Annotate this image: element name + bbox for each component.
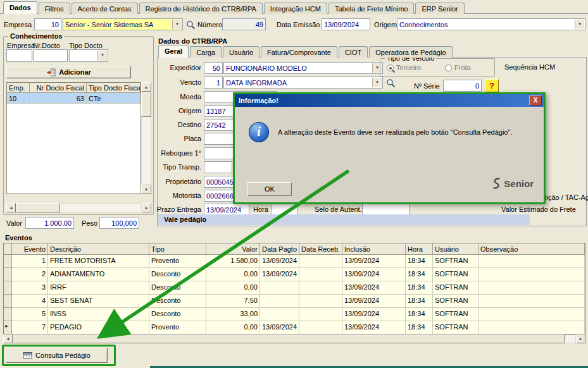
main-tab-tabela-de-frete-minimo[interactable]: Tabela de Frete Mínimo (328, 3, 415, 14)
chevron-down-icon[interactable]: ▼ (372, 78, 382, 87)
cell[interactable]: SEST SENAT (48, 295, 149, 308)
cell[interactable] (479, 321, 585, 334)
eventos-hscroll-thumb[interactable] (13, 334, 565, 343)
cell[interactable]: 13/09/2024 (260, 321, 299, 334)
cell[interactable]: INSS (48, 308, 149, 321)
column-header-emp[interactable]: Emp. (7, 83, 30, 93)
main-tab-erp-senior[interactable]: ERP Senior (415, 3, 464, 14)
origem-combo[interactable]: Conhecimentos▼ (397, 18, 585, 30)
conh-empresa-field[interactable] (6, 49, 32, 62)
cell[interactable]: 10 (7, 93, 30, 104)
cell[interactable]: Desconto (149, 308, 206, 321)
conh-hscroll-thumb[interactable] (16, 203, 60, 212)
column-header-descricao[interactable]: Descrição (48, 243, 149, 255)
cell[interactable] (299, 255, 342, 268)
empresa-code-field[interactable]: 10 (34, 18, 61, 30)
main-tab-dados[interactable]: Dados (3, 1, 37, 14)
cell[interactable]: FRETE MOTORISTA (48, 255, 149, 268)
dialog-titlebar[interactable]: Informação! (235, 94, 544, 107)
cell[interactable]: 18:34 (406, 308, 433, 321)
cell[interactable]: 13/09/2024 (342, 321, 406, 334)
grid-row[interactable]: ►7PEDAGIOProvento0,0013/09/202413/09/202… (4, 321, 585, 334)
cell[interactable]: 5 (12, 308, 48, 321)
cell[interactable]: 13/09/2024 (260, 255, 299, 268)
grid-row[interactable]: 2ADIANTAMENTODesconto0,0013/09/202413/09… (4, 268, 585, 281)
data-emissao-field[interactable]: 13/09/2024 (322, 18, 370, 30)
chevron-down-icon[interactable]: ▼ (575, 20, 584, 29)
cell[interactable]: 3 (12, 281, 48, 295)
cell[interactable]: 1.580,00 (206, 255, 260, 268)
main-tab-registro-de-historico-do-ctrb-rpa[interactable]: Registro de Histórico do CTRB/RPA (139, 3, 263, 14)
cell[interactable]: 18:34 (406, 295, 433, 308)
cell[interactable] (299, 268, 342, 281)
empresa-combo[interactable]: Senior - Senior Sistemas SA▼ (63, 18, 183, 30)
ctrb-tab-ciot[interactable]: CIOT (339, 46, 368, 58)
grid-row[interactable]: 3IRRFDesconto0,0013/09/202418:34SOFTRAN (4, 281, 585, 295)
tipo-transp-field[interactable] (204, 161, 232, 173)
cell[interactable]: 33,00 (206, 308, 260, 321)
column-header-hora[interactable]: Hora (406, 243, 433, 255)
cell[interactable]: 4 (12, 295, 48, 308)
cell[interactable]: 0,00 (206, 268, 260, 281)
cell[interactable]: 18:34 (406, 255, 433, 268)
main-tab-acerto-de-contas[interactable]: Acerto de Contas (72, 3, 138, 14)
cell[interactable] (299, 308, 342, 321)
column-header-tipo-docto-fiscal-s[interactable]: Tipo Docto Fiscal s (87, 83, 141, 93)
column-header-evento[interactable]: Evento (12, 243, 48, 255)
column-header-usuario[interactable]: Usuário (433, 243, 479, 255)
chevron-down-icon[interactable]: ▼ (97, 51, 107, 61)
cell[interactable]: Provento (149, 321, 206, 334)
vencto-code-field[interactable]: 1 (204, 77, 223, 89)
scroll-left-icon[interactable]: ◄ (3, 334, 13, 343)
cell[interactable] (260, 281, 299, 295)
cell[interactable]: 0,00 (206, 281, 260, 295)
consulta-pedagio-button[interactable]: Consulta Pedágio (6, 348, 108, 363)
vencto-combo[interactable]: DATA INFORMADA▼ (223, 77, 383, 89)
ctrb-tab-operadora-de-pedagio[interactable]: Operadora de Pedágio (369, 46, 452, 58)
cell[interactable]: Desconto (149, 268, 206, 281)
cell[interactable]: 18:34 (406, 268, 433, 281)
column-header-valor[interactable]: Valor (206, 243, 260, 255)
ok-button[interactable]: OK (247, 182, 292, 196)
column-header-observacao[interactable]: Observação (479, 243, 585, 255)
eventos-grid[interactable]: EventoDescriçãoTipoValorData PagtoData R… (3, 243, 585, 334)
cell[interactable]: Provento (149, 255, 206, 268)
close-icon[interactable]: X (529, 95, 542, 106)
vencto-search-icon[interactable] (385, 77, 396, 89)
conh-tipo-docto-combo[interactable]: ▼ (69, 49, 108, 62)
numero-field[interactable]: 49 (222, 18, 266, 30)
conhecimentos-grid[interactable]: Emp.Nr Docto FiscalTipo Docto Fiscal s10… (6, 82, 141, 194)
conh-nr-docto-field[interactable] (34, 49, 68, 62)
column-header-nr-docto-fiscal[interactable]: Nr Docto Fiscal (30, 83, 87, 93)
adicionar-button[interactable]: Adicionar (6, 66, 131, 78)
cell[interactable]: 1 (12, 255, 48, 268)
ctrb-tab-fatura-comprovante[interactable]: Fatura/Comprovante (261, 46, 337, 58)
help-button[interactable]: ? (485, 79, 499, 92)
cell[interactable]: Desconto (149, 295, 206, 308)
expedidor-combo[interactable]: FUNCIONÁRIO MODELO▼ (223, 62, 383, 74)
cell[interactable]: PEDAGIO (48, 321, 149, 334)
grid-row[interactable]: 1063CTe (7, 93, 141, 104)
radio-frota[interactable]: Frota (445, 64, 471, 71)
empresa-search-icon[interactable] (185, 19, 196, 30)
ctrb-tab-geral[interactable]: Geral (158, 45, 189, 58)
cell[interactable] (479, 308, 585, 321)
cell[interactable]: 63 (30, 93, 87, 104)
column-header-tipo[interactable]: Tipo (149, 243, 206, 255)
cell[interactable]: SOFTRAN (433, 255, 479, 268)
cell[interactable]: SOFTRAN (433, 281, 479, 295)
cell[interactable]: CTe (87, 93, 141, 104)
cell[interactable]: 13/09/2024 (260, 268, 299, 281)
cell[interactable]: SOFTRAN (433, 268, 479, 281)
grid-row[interactable]: 1FRETE MOTORISTAProvento1.580,0013/09/20… (4, 255, 585, 268)
cell[interactable] (260, 308, 299, 321)
column-header-data-pagto[interactable]: Data Pagto (260, 243, 299, 255)
chevron-down-icon[interactable]: ▼ (172, 20, 182, 29)
scroll-right-icon[interactable]: ► (576, 334, 585, 343)
cell[interactable]: 7 (12, 321, 48, 334)
cell[interactable] (479, 281, 585, 295)
radio-terceiro[interactable]: Terceiro (387, 64, 421, 71)
cell[interactable]: Desconto (149, 281, 206, 295)
cell[interactable]: 7,50 (206, 295, 260, 308)
cell[interactable] (479, 255, 585, 268)
